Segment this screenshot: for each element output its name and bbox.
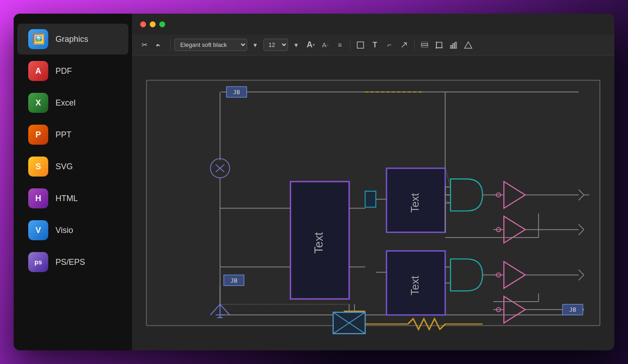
sidebar-label-excel: Excel bbox=[56, 98, 76, 108]
sidebar-item-ppt[interactable]: P PPT bbox=[17, 119, 128, 150]
svg-rect-7 bbox=[451, 46, 452, 48]
svg-rect-4 bbox=[436, 42, 442, 48]
svg-rect-0 bbox=[357, 42, 364, 48]
sidebar-item-graphics[interactable]: 🖼️ Graphics bbox=[17, 24, 128, 55]
canvas-area[interactable]: JB bbox=[132, 56, 614, 350]
font-size-dropdown-arrow[interactable]: ▾ bbox=[290, 39, 303, 51]
svg-text:Text: Text bbox=[409, 276, 421, 295]
font-dropdown-arrow[interactable]: ▾ bbox=[249, 39, 262, 51]
sidebar-item-pdf[interactable]: A PDF bbox=[17, 56, 128, 86]
pseps-icon: ps bbox=[28, 252, 48, 272]
sidebar-label-visio: Visio bbox=[56, 226, 73, 235]
circuit-diagram: JB bbox=[141, 65, 605, 341]
triangle-button[interactable] bbox=[462, 39, 475, 51]
ppt-icon: P bbox=[28, 125, 48, 145]
svg-rect-9 bbox=[455, 42, 456, 48]
visio-icon: V bbox=[28, 220, 48, 240]
canvas-inner: JB bbox=[141, 65, 605, 341]
sidebar-label-ppt: PPT bbox=[56, 130, 71, 140]
graphics-icon: 🖼️ bbox=[28, 29, 48, 49]
connector-tool-button[interactable]: ⌐ bbox=[383, 39, 396, 51]
sidebar-item-pseps[interactable]: ps PS/EPS bbox=[17, 247, 128, 278]
svg-text:Text: Text bbox=[409, 193, 421, 212]
svg-rect-3 bbox=[421, 42, 428, 44]
barchart-button[interactable] bbox=[447, 39, 460, 51]
align-button[interactable]: ≡ bbox=[334, 39, 346, 51]
sidebar-label-svg: SVG bbox=[56, 162, 73, 172]
font-size-select[interactable]: 12 bbox=[263, 39, 288, 51]
crop-button[interactable] bbox=[433, 39, 446, 51]
svg-icon: S bbox=[28, 157, 48, 177]
maximize-button[interactable] bbox=[159, 21, 165, 27]
svg-marker-10 bbox=[465, 42, 472, 48]
font-shrink-button[interactable]: A− bbox=[319, 39, 332, 51]
svg-text:Text: Text bbox=[312, 232, 325, 253]
svg-text:JB: JB bbox=[569, 306, 577, 313]
sidebar-item-html[interactable]: H HTML bbox=[17, 183, 128, 214]
text-tool-button[interactable]: T bbox=[369, 39, 381, 51]
svg-text:JB: JB bbox=[230, 277, 238, 284]
layers-button[interactable] bbox=[418, 39, 431, 51]
excel-icon: X bbox=[28, 93, 48, 113]
rect-tool-button[interactable] bbox=[354, 39, 367, 51]
main-content: ✂ Elegant soft black ▾ 12 ▾ A+ A− ≡ T ⌐ bbox=[132, 14, 614, 350]
sidebar-label-pseps: PS/EPS bbox=[56, 258, 85, 267]
sidebar-label-html: HTML bbox=[56, 194, 78, 203]
font-name-select[interactable]: Elegant soft black bbox=[174, 39, 247, 51]
divider-1 bbox=[170, 40, 171, 51]
divider-3 bbox=[414, 40, 415, 51]
sidebar: 🖼️ Graphics A PDF X Excel P PPT S SVG H … bbox=[14, 14, 132, 350]
svg-rect-2 bbox=[421, 46, 428, 47]
toolbar: ✂ Elegant soft black ▾ 12 ▾ A+ A− ≡ T ⌐ bbox=[132, 35, 614, 56]
sidebar-item-excel[interactable]: X Excel bbox=[17, 87, 128, 118]
sidebar-label-pdf: PDF bbox=[56, 66, 72, 76]
minimize-button[interactable] bbox=[150, 21, 156, 27]
svg-text:JB: JB bbox=[233, 89, 240, 96]
app-window: 🖼️ Graphics A PDF X Excel P PPT S SVG H … bbox=[14, 14, 614, 350]
sidebar-item-svg[interactable]: S SVG bbox=[17, 151, 128, 182]
svg-rect-40 bbox=[365, 191, 375, 207]
cut-button[interactable]: ✂ bbox=[137, 38, 151, 52]
close-button[interactable] bbox=[140, 21, 146, 27]
pdf-icon: A bbox=[28, 61, 48, 81]
font-grow-button[interactable]: A+ bbox=[304, 39, 317, 51]
sidebar-label-graphics: Graphics bbox=[56, 35, 88, 44]
arrow-tool-button[interactable] bbox=[398, 39, 410, 51]
sidebar-item-visio[interactable]: V Visio bbox=[17, 215, 128, 246]
undo-button[interactable] bbox=[153, 38, 167, 52]
svg-rect-8 bbox=[453, 44, 454, 48]
html-icon: H bbox=[28, 188, 48, 208]
title-bar bbox=[132, 14, 614, 35]
divider-2 bbox=[350, 40, 350, 51]
